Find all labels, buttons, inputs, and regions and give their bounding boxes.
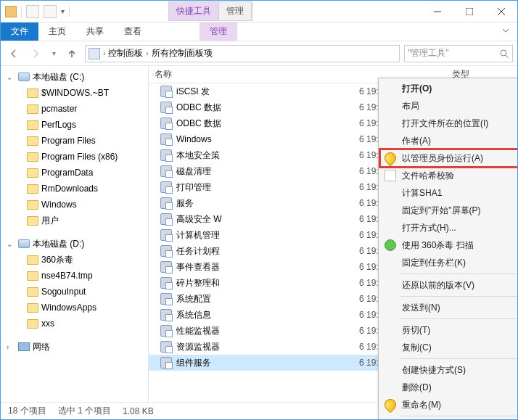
ctx-create-shortcut[interactable]: 创建快捷方式(S) [380, 361, 518, 379]
folder-icon [27, 120, 38, 130]
status-count: 18 个项目 [8, 405, 46, 417]
explorer-icon [5, 6, 17, 17]
content-area: ⌄本地磁盘 (C:) $WINDOWS.~BTpcmasterPerfLogsP… [1, 66, 517, 402]
tab-manage[interactable]: 管理 [200, 22, 237, 41]
col-name[interactable]: 名称 [149, 68, 359, 81]
shortcut-icon [160, 277, 172, 289]
network-icon [18, 342, 30, 351]
tree-folder[interactable]: RmDownloads [1, 181, 148, 197]
folder-icon [27, 271, 38, 281]
ctx-send-to[interactable]: 发送到(N)▶ [380, 299, 518, 316]
nav-tree[interactable]: ⌄本地磁盘 (C:) $WINDOWS.~BTpcmasterPerfLogsP… [1, 66, 149, 402]
qat-btn-1[interactable] [26, 5, 39, 18]
ctx-file-hash[interactable]: 文件哈希校验▶ [380, 167, 518, 184]
qat-dropdown-icon[interactable]: ▾ [61, 7, 65, 15]
tree-folder[interactable]: $WINDOWS.~BT [1, 85, 148, 101]
separator [400, 273, 518, 274]
file-name: ODBC 数据 [176, 102, 359, 114]
location-icon [89, 48, 100, 59]
file-name: 事件查看器 [176, 261, 359, 273]
back-button[interactable] [5, 45, 22, 62]
shortcut-icon [160, 325, 172, 337]
tree-folder[interactable]: ProgramData [1, 165, 148, 181]
ctx-run-as-admin[interactable]: 以管理员身份运行(A) [380, 149, 518, 167]
close-button[interactable] [485, 1, 517, 22]
ctx-scan-360[interactable]: 使用 360杀毒 扫描 [380, 236, 518, 254]
tree-disk-c[interactable]: ⌄本地磁盘 (C:) [1, 69, 148, 85]
breadcrumb[interactable]: › 控制面板 › 所有控制面板项 [85, 45, 400, 62]
tree-folder[interactable]: 360杀毒 [1, 252, 148, 268]
shortcut-icon [160, 133, 172, 145]
ctx-delete[interactable]: 删除(D) [380, 379, 518, 396]
tree-folder[interactable]: WindowsApps [1, 300, 148, 316]
tree-disk-d[interactable]: ⌄本地磁盘 (D:) [1, 236, 148, 252]
up-button[interactable] [63, 45, 81, 62]
ctx-copy[interactable]: 复制(C) [380, 339, 518, 356]
shortcut-icon [160, 261, 172, 273]
shortcut-icon [160, 86, 172, 97]
file-name: 系统配置 [176, 293, 359, 305]
file-name: Windows [176, 134, 359, 144]
crumb-all-items[interactable]: 所有控制面板项 [152, 47, 213, 59]
antivirus-icon [385, 239, 396, 251]
shield-icon [382, 150, 399, 167]
chevron-right-icon[interactable]: › [146, 49, 148, 57]
chevron-right-icon[interactable]: › [103, 49, 105, 57]
forward-button[interactable] [27, 45, 44, 62]
recent-dropdown-icon[interactable]: ▾ [49, 45, 59, 62]
file-name: 性能监视器 [176, 325, 359, 337]
tab-view[interactable]: 查看 [114, 22, 152, 41]
file-name: 资源监视器 [176, 341, 359, 353]
search-icon[interactable] [499, 49, 509, 59]
shortcut-icon [160, 102, 172, 113]
folder-icon [27, 152, 38, 162]
minimize-button[interactable] [422, 1, 453, 22]
tree-folder[interactable]: SogouInput [1, 284, 148, 300]
file-name: 系统信息 [176, 309, 359, 321]
ctx-open-with[interactable]: 打开方式(H)... [380, 219, 518, 236]
tree-folder[interactable]: Windows [1, 197, 148, 213]
tree-folder[interactable]: pcmaster [1, 101, 148, 117]
tree-network[interactable]: ›网络 [1, 339, 148, 355]
shortcut-icon [160, 341, 172, 353]
quick-access-toolbar: ▾ [1, 5, 74, 18]
file-name: 任务计划程 [176, 245, 359, 258]
folder-icon [27, 136, 38, 146]
folder-icon [27, 287, 38, 297]
ribbon-expand-icon[interactable] [494, 26, 517, 37]
maximize-button[interactable] [453, 1, 485, 22]
search-input[interactable]: "管理工具" [404, 45, 513, 62]
shortcut-icon [160, 293, 172, 305]
crumb-root[interactable]: 控制面板 [108, 47, 143, 59]
file-name: 打印管理 [176, 181, 359, 194]
ctx-rename[interactable]: 重命名(M) [380, 396, 518, 413]
tree-folder[interactable]: xxs [1, 316, 148, 332]
tree-folder[interactable]: nse4B74.tmp [1, 268, 148, 284]
ctx-cut[interactable]: 剪切(T) [380, 321, 518, 339]
shortcut-icon [160, 245, 172, 257]
ctx-author[interactable]: 作者(A) [380, 132, 518, 149]
ctx-restore-prev[interactable]: 还原以前的版本(V) [380, 276, 518, 294]
ctx-open[interactable]: 打开(O) [380, 80, 518, 97]
tree-folder[interactable]: PerfLogs [1, 117, 148, 133]
tree-folder[interactable]: Program Files (x86) [1, 149, 148, 165]
ctx-pin-taskbar[interactable]: 固定到任务栏(K) [380, 254, 518, 271]
file-name: 碎片整理和 [176, 277, 359, 289]
tree-folder[interactable]: 用户 [1, 213, 148, 228]
file-name: 服务 [176, 197, 359, 210]
file-name: ODBC 数据 [176, 118, 359, 130]
ctx-open-location[interactable]: 打开文件所在的位置(I) [380, 115, 518, 132]
shortcut-icon [160, 197, 172, 209]
ctx-layout[interactable]: 布局▶ [380, 97, 518, 115]
svg-point-4 [501, 50, 506, 56]
tab-file[interactable]: 文件 [1, 22, 38, 41]
qat-btn-2[interactable] [44, 5, 57, 18]
ctx-pin-start[interactable]: 固定到"开始"屏幕(P) [380, 202, 518, 219]
ctx-calc-sha1[interactable]: 计算SHA1 [380, 184, 518, 202]
status-size: 1.08 KB [123, 406, 154, 416]
file-name: 磁盘清理 [176, 165, 359, 178]
tab-home[interactable]: 主页 [38, 22, 76, 41]
tree-folder[interactable]: Program Files [1, 133, 148, 149]
shortcut-icon [160, 309, 172, 321]
tab-share[interactable]: 共享 [76, 22, 114, 41]
